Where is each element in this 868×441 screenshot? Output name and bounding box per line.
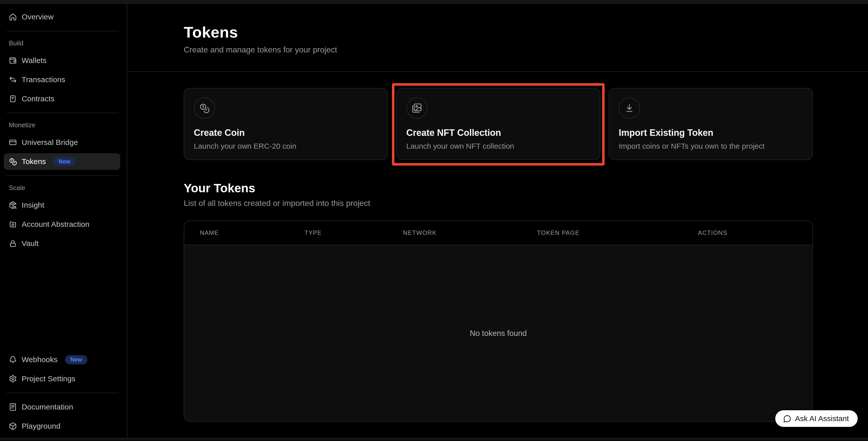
ask-ai-assistant-label: Ask AI Assistant: [795, 414, 849, 423]
sidebar-item-tokens[interactable]: Tokens New: [4, 153, 120, 170]
sidebar-item-label: Overview: [22, 12, 54, 21]
sidebar-item-label: Account Abstraction: [22, 220, 90, 228]
sidebar-item-playground[interactable]: Playground: [4, 418, 120, 435]
column-header-token-page: TOKEN PAGE: [537, 229, 698, 237]
sidebar-item-universal-bridge[interactable]: Universal Bridge: [4, 134, 120, 151]
tokens-table-header: NAME TYPE NETWORK TOKEN PAGE ACTIONS: [184, 221, 812, 245]
book-icon: [9, 403, 17, 411]
sidebar-item-label: Insight: [22, 201, 44, 210]
sidebar-divider: [6, 392, 119, 393]
page-header: Tokens Create and manage tokens for your…: [127, 3, 868, 72]
sidebar-item-label: Tokens: [22, 157, 46, 166]
column-header-network: NETWORK: [403, 229, 537, 237]
page-content: Create Coin Launch your own ERC-20 coin …: [127, 72, 868, 422]
sidebar-item-label: Contracts: [22, 94, 55, 103]
action-cards-row: Create Coin Launch your own ERC-20 coin …: [184, 88, 813, 160]
card-description: Launch your own ERC-20 coin: [194, 142, 378, 151]
your-tokens-section: Your Tokens List of all tokens created o…: [184, 181, 813, 422]
page-subtitle: Create and manage tokens for your projec…: [184, 45, 868, 55]
column-header-type: TYPE: [305, 229, 403, 237]
sidebar-item-documentation[interactable]: Documentation: [4, 399, 120, 415]
ask-ai-assistant-button[interactable]: Ask AI Assistant: [775, 410, 858, 427]
nft-images-icon: [406, 97, 428, 119]
sidebar-item-contracts[interactable]: Contracts: [4, 91, 120, 107]
card-title: Create NFT Collection: [406, 127, 590, 138]
sidebar: Overview Build Wallets Transactions Cont…: [0, 3, 127, 438]
sidebar-item-insight[interactable]: Insight: [4, 197, 120, 214]
sidebar-item-project-settings[interactable]: Project Settings: [4, 371, 120, 387]
column-header-actions: ACTIONS: [698, 229, 812, 237]
your-tokens-subtitle: List of all tokens created or imported i…: [184, 198, 813, 208]
sidebar-item-overview[interactable]: Overview: [4, 8, 120, 25]
contract-document-icon: [9, 95, 17, 103]
page-title: Tokens: [184, 23, 868, 41]
create-nft-collection-card[interactable]: Create NFT Collection Launch your own NF…: [396, 88, 600, 160]
card-text: Import Existing Token Import coins or NF…: [619, 127, 803, 151]
wallet-icon: [9, 57, 17, 64]
your-tokens-title: Your Tokens: [184, 181, 813, 195]
card-slot-create-coin: Create Coin Launch your own ERC-20 coin: [184, 88, 388, 160]
import-existing-token-card[interactable]: Import Existing Token Import coins or NF…: [609, 88, 813, 160]
sidebar-item-webhooks[interactable]: Webhooks New: [4, 351, 120, 368]
coins-icon: [9, 158, 17, 165]
sidebar-item-label: Webhooks: [22, 355, 58, 364]
new-badge: New: [53, 157, 75, 166]
sidebar-item-vault[interactable]: Vault: [4, 235, 120, 252]
card-slot-import-token: Import Existing Token Import coins or NF…: [609, 88, 813, 160]
sidebar-section-monetize: Monetize: [9, 121, 120, 129]
main-content: Tokens Create and manage tokens for your…: [127, 3, 868, 438]
window-bottom-edge: [0, 438, 868, 441]
sidebar-bottom-group: Webhooks New Project Settings Documentat…: [4, 351, 120, 435]
card-text: Create NFT Collection Launch your own NF…: [406, 127, 590, 151]
coins-icon: [194, 97, 215, 119]
sidebar-section-scale: Scale: [9, 184, 120, 192]
import-download-icon: [619, 97, 640, 119]
sidebar-item-label: Transactions: [22, 75, 65, 84]
smart-account-icon: [9, 220, 17, 228]
card-title: Import Existing Token: [619, 127, 803, 138]
sidebar-divider: [6, 113, 119, 113]
sidebar-item-label: Playground: [22, 422, 61, 431]
credit-card-icon: [9, 138, 17, 147]
card-slot-create-nft: Create NFT Collection Launch your own NF…: [396, 88, 600, 160]
new-badge: New: [65, 355, 88, 365]
sidebar-item-label: Wallets: [22, 56, 46, 65]
create-coin-card[interactable]: Create Coin Launch your own ERC-20 coin: [184, 88, 388, 160]
chat-bubble-icon: [783, 414, 792, 423]
sidebar-section-build: Build: [9, 39, 120, 47]
sidebar-item-wallets[interactable]: Wallets: [4, 52, 120, 69]
card-text: Create Coin Launch your own ERC-20 coin: [194, 127, 378, 151]
home-icon: [9, 13, 17, 21]
bell-icon: [9, 355, 17, 364]
tokens-table-body: No tokens found: [184, 245, 812, 421]
card-description: Launch your own NFT collection: [406, 142, 590, 151]
card-title: Create Coin: [194, 127, 378, 138]
card-description: Import coins or NFTs you own to the proj…: [619, 142, 803, 151]
sidebar-item-label: Vault: [22, 239, 38, 248]
sidebar-divider: [6, 176, 119, 176]
arrows-left-right-icon: [9, 75, 17, 84]
sidebar-item-account-abstraction[interactable]: Account Abstraction: [4, 216, 120, 232]
gear-icon: [9, 375, 17, 383]
sidebar-item-transactions[interactable]: Transactions: [4, 71, 120, 88]
sidebar-divider: [6, 31, 119, 31]
window-top-edge: [0, 0, 868, 3]
app-root: Overview Build Wallets Transactions Cont…: [0, 3, 868, 438]
column-header-name: NAME: [184, 229, 305, 237]
lock-icon: [9, 240, 17, 248]
tokens-table: NAME TYPE NETWORK TOKEN PAGE ACTIONS No …: [184, 220, 813, 422]
sidebar-item-label: Universal Bridge: [22, 138, 78, 147]
sidebar-item-label: Project Settings: [22, 375, 75, 383]
package-search-icon: [9, 201, 17, 209]
empty-state-message: No tokens found: [470, 329, 527, 338]
sidebar-item-label: Documentation: [22, 403, 73, 411]
cube-icon: [9, 422, 17, 430]
